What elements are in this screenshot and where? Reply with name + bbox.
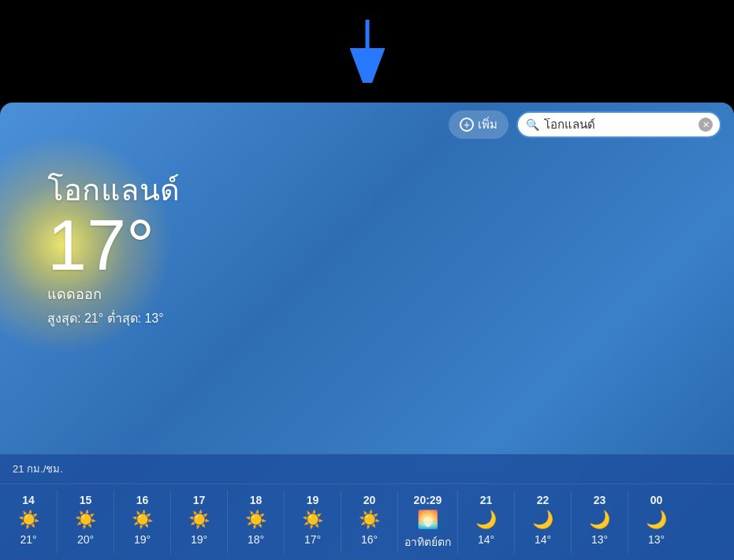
hour-icon: ☀️: [75, 511, 96, 528]
hour-label: 21: [480, 494, 493, 506]
hour-icon: 🌙: [589, 511, 610, 528]
hour-icon: ☀️: [18, 511, 39, 528]
weather-card: + เพิ่ม 🔍 ✕ โอกแลนด์ 17° แดดออก สูงสุด: …: [0, 103, 734, 560]
hour-label: 16: [136, 494, 149, 506]
hour-item: 20:29 🌅 อาทิตย์ตก: [397, 491, 457, 554]
hour-item: 20 ☀️ 16°: [341, 491, 397, 554]
hour-label: 20: [363, 494, 376, 506]
search-input[interactable]: [544, 118, 694, 132]
temperature-display: 17°: [47, 210, 181, 281]
hour-temp: 13°: [591, 533, 608, 546]
hour-temp: 17°: [304, 533, 321, 546]
hour-label: 00: [650, 494, 663, 506]
condition-label: แดดออก: [47, 282, 181, 305]
wind-label: 21 กม./ชม.: [13, 463, 63, 475]
hour-item: 21 🌙 14°: [457, 491, 514, 554]
hourly-scroll[interactable]: 14 ☀️ 21° 15 ☀️ 20° 16 ☀️ 19° 17 ☀️ 19° …: [0, 484, 734, 560]
toolbar: + เพิ่ม 🔍 ✕: [0, 103, 734, 147]
high-low-label: สูงสุด: 21° ต่ำสุด: 13°: [47, 308, 181, 328]
hour-label: 22: [537, 494, 550, 506]
hourly-strip: 21 กม./ชม. 14 ☀️ 21° 15 ☀️ 20° 16 ☀️ 19°…: [0, 454, 734, 560]
hour-item: 00 🌙 13°: [628, 491, 684, 554]
hour-item: 19 ☀️ 17°: [284, 491, 341, 554]
hour-item: 14 ☀️ 21°: [0, 491, 57, 554]
hour-temp: 16°: [361, 533, 378, 546]
hour-item: 18 ☀️ 18°: [227, 491, 284, 554]
hour-item: 16 ☀️ 19°: [114, 491, 170, 554]
hour-temp: 13°: [648, 533, 665, 546]
hour-icon: ☀️: [132, 511, 153, 528]
hour-temp: 19°: [134, 533, 151, 546]
hour-icon: 🌅: [417, 511, 438, 528]
clear-icon[interactable]: ✕: [699, 118, 713, 132]
hour-label: 14: [22, 494, 35, 506]
hour-icon: ☀️: [245, 511, 266, 528]
hour-icon: 🌙: [646, 511, 667, 528]
hour-icon: ☀️: [359, 511, 380, 528]
search-icon: 🔍: [526, 118, 539, 131]
hour-item: 23 🌙 13°: [571, 491, 628, 554]
hour-item: 15 ☀️ 20°: [57, 491, 114, 554]
hour-icon: ☀️: [188, 511, 210, 528]
add-button-label: เพิ่ม: [478, 115, 497, 134]
search-bar[interactable]: 🔍 ✕: [516, 111, 721, 138]
hour-temp: อาทิตย์ตก: [404, 533, 451, 551]
hour-label: 19: [307, 494, 319, 506]
hour-label: 15: [80, 494, 92, 506]
hour-temp: 14°: [478, 533, 494, 546]
hour-temp: 14°: [535, 533, 551, 546]
hour-icon: 🌙: [475, 511, 497, 528]
hour-temp: 21°: [20, 533, 36, 546]
plus-icon: +: [460, 118, 474, 132]
weather-main: โอกแลนด์ 17° แดดออก สูงสุด: 21° ต่ำสุด: …: [47, 166, 181, 328]
hour-temp: 19°: [191, 533, 207, 546]
hour-item: 17 ☀️ 19°: [170, 491, 227, 554]
hour-icon: 🌙: [532, 511, 553, 528]
arrow-container: [0, 0, 734, 103]
wind-bar: 21 กม./ชม.: [0, 454, 734, 484]
down-arrow-icon: [350, 20, 385, 83]
hour-label: 17: [193, 494, 206, 506]
hour-icon: ☀️: [302, 511, 323, 528]
hour-label: 18: [250, 494, 263, 506]
hour-item: 22 🌙 14°: [514, 491, 571, 554]
hour-label: 20:29: [414, 494, 442, 506]
add-button[interactable]: + เพิ่ม: [449, 110, 509, 139]
hour-temp: 18°: [248, 533, 264, 546]
hour-temp: 20°: [77, 533, 94, 546]
hour-label: 23: [594, 494, 606, 506]
